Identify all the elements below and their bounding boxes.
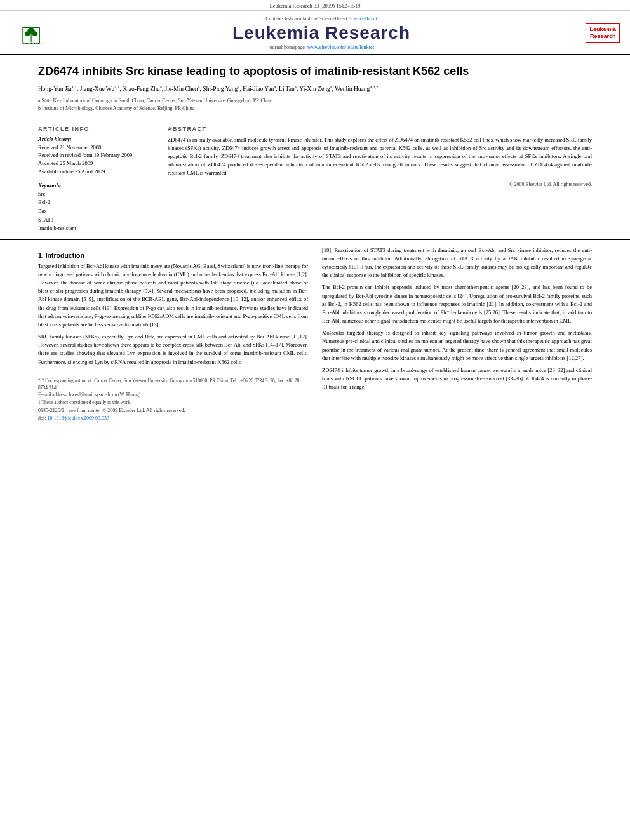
doi-line: doi: 10.1016/j.leukres.2009.03.033 — [38, 415, 308, 421]
abstract-text: ZD6474 is an orally available, small-mol… — [168, 136, 592, 178]
footnotes-section: * * Corresponding author at: Cancer Cent… — [38, 373, 308, 421]
keyword-bcl2: Bcl-2 — [38, 198, 152, 207]
intro-paragraph-1: Targeted inhibition of Bcr-Abl kinase wi… — [38, 262, 308, 329]
leukemia-logo-title-line2: Research — [589, 33, 616, 40]
journal-title: Leukemia Research — [86, 23, 556, 43]
footnote-contrib: 1 These authors contributed equally to t… — [38, 399, 308, 406]
journal-name-center: Contents lists available at ScienceDirec… — [86, 16, 556, 50]
footnote-email-value: hwenl@mail.sysu.edu.cn (W. Huang). — [69, 392, 142, 397]
intro-paragraph-2: SRC family kinases (SFKs), especially Ly… — [38, 333, 308, 366]
authors-line: Hong-Yun Jiaa,1, Jiang-Xue Wua,1, Xiao-F… — [38, 84, 592, 94]
revised-date: Received in revised form 19 February 200… — [38, 151, 152, 159]
keyword-src: Src — [38, 190, 152, 199]
available-online-date: Available online 25 April 2009 — [38, 168, 152, 176]
body-content: 1. Introduction Targeted inhibition of B… — [0, 240, 630, 427]
leukemia-logo-right: Leukemia Research — [556, 23, 620, 43]
received-date: Received 21 November 2008 — [38, 143, 152, 152]
affiliation-a: a State Key Laboratory of Oncology in So… — [38, 97, 592, 105]
article-main-title: ZD6474 inhibits Src kinase leading to ap… — [38, 64, 592, 79]
page: Leukemia Research 33 (2009) 1512–1519 EL… — [0, 0, 630, 840]
footnote-corresponding: * * Corresponding author at: Cancer Cent… — [38, 377, 308, 392]
journal-reference: Leukemia Research 33 (2009) 1512–1519 — [269, 3, 360, 9]
article-info-abstract-section: ARTICLE INFO Article history: Received 2… — [0, 119, 630, 240]
keyword-stat3: STAT3 — [38, 216, 152, 225]
svg-point-3 — [24, 31, 30, 36]
accepted-date: Accepted 25 March 2009 — [38, 159, 152, 168]
doi-value[interactable]: 10.1016/j.leukres.2009.03.033 — [47, 415, 109, 421]
keyword-bax: Bax — [38, 207, 152, 216]
keywords-block: Keywords: Src Bcl-2 Bax STAT3 Imatinib-r… — [38, 182, 152, 233]
article-history-block: Article history: Received 21 November 20… — [38, 136, 152, 176]
leukemia-logo-title-line1: Leukemia — [589, 26, 616, 33]
affiliation-b: b Institute of Microbiology, Chinese Aca… — [38, 105, 592, 112]
sciencedirect-link[interactable]: ScienceDirect — [349, 16, 377, 22]
article-info-label: ARTICLE INFO — [38, 126, 152, 132]
abstract-column: ABSTRACT ZD6474 is an orally available, … — [168, 126, 592, 233]
intro-right-paragraph-3: Molecular targeted therapy is designed t… — [322, 329, 592, 363]
affiliations: a State Key Laboratory of Oncology in So… — [38, 97, 592, 112]
intro-heading: 1. Introduction — [38, 251, 308, 259]
journal-header: ELSEVIER Contents lists available at Sci… — [0, 11, 630, 55]
sciencedirect-line: Contents lists available at ScienceDirec… — [86, 16, 556, 22]
svg-point-4 — [32, 31, 37, 36]
journal-reference-bar: Leukemia Research 33 (2009) 1512–1519 — [0, 0, 630, 11]
article-title-section: ZD6474 inhibits Src kinase leading to ap… — [0, 55, 630, 119]
footnote-email-label: E-mail address: — [38, 392, 68, 397]
intro-right-paragraph-1: [18]. Reactivation of STAT3 during treat… — [322, 246, 592, 280]
body-left-column: 1. Introduction Targeted inhibition of B… — [38, 246, 308, 421]
leukemia-logo-box: Leukemia Research — [586, 23, 620, 43]
doi-label: doi: — [38, 415, 46, 421]
footnote-corresponding-label: * Corresponding author at: — [42, 378, 93, 383]
svg-text:ELSEVIER: ELSEVIER — [22, 42, 43, 44]
sciencedirect-text: Contents lists available at ScienceDirec… — [265, 16, 347, 22]
elsevier-logo-container: ELSEVIER — [10, 22, 86, 44]
homepage-url[interactable]: www.elsevier.com/locate/leukres — [307, 44, 375, 50]
article-info-column: ARTICLE INFO Article history: Received 2… — [38, 126, 152, 233]
keywords-label: Keywords: — [38, 182, 152, 189]
abstract-label: ABSTRACT — [168, 126, 592, 132]
footnote-email: E-mail address: hwenl@mail.sysu.edu.cn (… — [38, 391, 308, 398]
keyword-imatinib: Imatinib-resistant — [38, 224, 152, 233]
homepage-label: journal homepage: — [268, 44, 306, 50]
body-right-column: [18]. Reactivation of STAT3 during treat… — [322, 246, 592, 421]
elsevier-logo: ELSEVIER — [22, 22, 76, 44]
intro-right-paragraph-4: ZD6474 inhibits tumor growth in a broad-… — [322, 366, 592, 392]
issn-line: 0145-2126/$ – see front matter © 2009 El… — [38, 408, 308, 413]
copyright: © 2009 Elsevier Ltd. All rights reserved… — [168, 182, 592, 187]
article-history-label: Article history: — [38, 136, 152, 142]
intro-right-paragraph-2: The Bcl-2 protein can inhibit apoptosis … — [322, 283, 592, 325]
journal-homepage: journal homepage: www.elsevier.com/locat… — [86, 44, 556, 50]
